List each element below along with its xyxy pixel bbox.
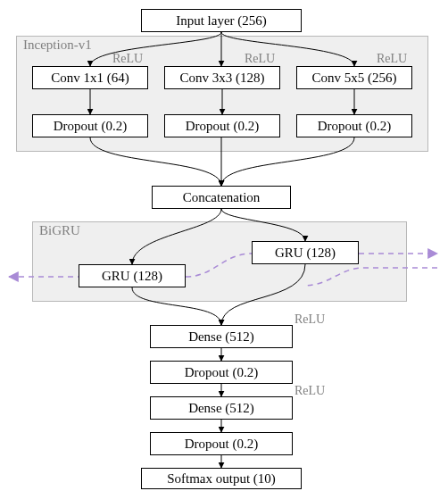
concatenation-label: Concatenation <box>183 190 261 205</box>
conv1x1-label: Conv 1x1 (64) <box>51 71 129 86</box>
relu-label-3: ReLU <box>377 52 407 66</box>
softmax-output: Softmax output (10) <box>141 468 302 489</box>
dropout-2: Dropout (0.2) <box>150 432 293 455</box>
dropout-2-label: Dropout (0.2) <box>185 437 259 452</box>
gru-forward: GRU (128) <box>79 264 186 287</box>
concatenation: Concatenation <box>152 186 291 209</box>
softmax-output-label: Softmax output (10) <box>167 471 276 487</box>
dropout-a-label: Dropout (0.2) <box>54 119 128 134</box>
gru-forward-label: GRU (128) <box>102 269 162 284</box>
dropout-a: Dropout (0.2) <box>32 114 148 137</box>
dropout-1-label: Dropout (0.2) <box>185 365 259 380</box>
dense-2-label: Dense (512) <box>188 401 254 416</box>
conv3x3-label: Conv 3x3 (128) <box>180 71 265 86</box>
dense-1: Dense (512) <box>150 325 293 348</box>
input-layer: Input layer (256) <box>141 9 302 32</box>
bigru-group-label: BiGRU <box>39 223 80 238</box>
gru-backward-label: GRU (128) <box>275 246 336 261</box>
dropout-b-label: Dropout (0.2) <box>186 119 260 134</box>
conv5x5: Conv 5x5 (256) <box>296 66 412 89</box>
relu-label-4: ReLU <box>295 312 325 327</box>
dropout-c-label: Dropout (0.2) <box>318 119 392 134</box>
input-layer-label: Input layer (256) <box>176 13 267 29</box>
relu-label-1: ReLU <box>112 52 143 66</box>
relu-label-2: ReLU <box>245 52 275 66</box>
conv3x3: Conv 3x3 (128) <box>164 66 280 89</box>
dropout-b: Dropout (0.2) <box>164 114 280 137</box>
inception-group-label: Inception-v1 <box>23 37 92 53</box>
dense-1-label: Dense (512) <box>188 329 254 345</box>
dense-2: Dense (512) <box>150 396 293 420</box>
gru-backward: GRU (128) <box>252 241 359 264</box>
dropout-c: Dropout (0.2) <box>296 114 412 137</box>
conv1x1: Conv 1x1 (64) <box>32 66 148 89</box>
dropout-1: Dropout (0.2) <box>150 361 293 384</box>
relu-label-5: ReLU <box>295 384 325 398</box>
conv5x5-label: Conv 5x5 (256) <box>312 71 397 86</box>
